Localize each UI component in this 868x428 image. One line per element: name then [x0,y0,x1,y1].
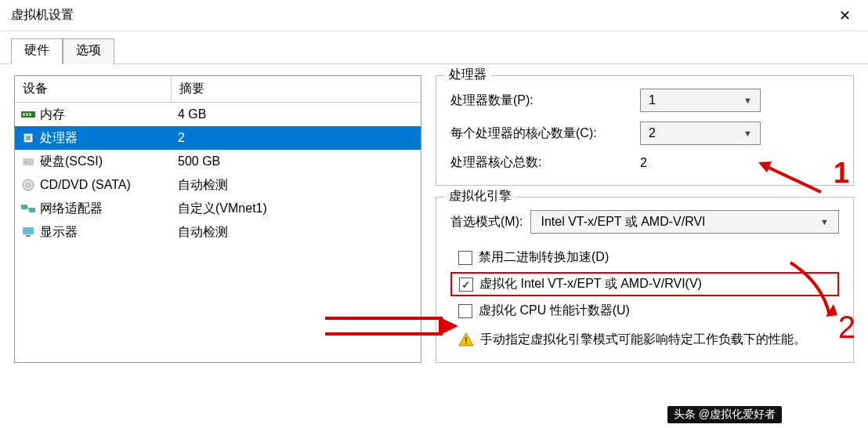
processor-group: 处理器 处理器数量(P): 1 ▼ 每个处理器的核心数量(C): 2 ▼ 处理器… [436,75,854,186]
warning-text: 手动指定虚拟化引擎模式可能影响特定工作负载下的性能。 [480,332,806,348]
col-summary[interactable]: 摘要 [172,76,421,102]
cores-per-proc-combo[interactable]: 2 ▼ [640,122,761,145]
tab-options[interactable]: 选项 [63,38,114,64]
svg-rect-10 [21,205,27,209]
virt-engine-group: 虚拟化引擎 首选模式(M): Intel VT-x/EPT 或 AMD-V/RV… [436,197,854,363]
table-row[interactable]: 处理器 2 [15,126,421,150]
watermark: 头条 @虚拟化爱好者 [667,406,782,423]
svg-rect-2 [26,113,28,116]
mode-label: 首选模式(M): [450,214,523,230]
proc-count-label: 处理器数量(P): [450,92,640,109]
mode-combo[interactable]: Intel VT-x/EPT 或 AMD-V/RVI ▼ [530,210,839,234]
combo-value: Intel VT-x/EPT 或 AMD-V/RVI [541,214,705,230]
tab-bar: 硬件 选项 [0,31,868,64]
device-summary: 4 GB [172,106,421,123]
table-row[interactable]: 内存 4 GB [15,103,421,126]
table-row[interactable]: CD/DVD (SATA) 自动检测 [15,173,421,197]
table-header: 设备 摘要 [15,76,421,103]
device-summary: 自动检测 [172,176,421,195]
display-icon [21,226,35,238]
combo-value: 2 [649,126,656,140]
checkbox-disable-bt[interactable]: 禁用二进制转换加速(D) [450,246,839,269]
checkbox-label: 虚拟化 CPU 性能计数器(U) [479,303,630,319]
device-name: 网络适配器 [40,201,103,217]
checkbox-icon[interactable] [458,251,472,265]
device-name: 硬盘(SCSI) [40,154,103,170]
device-name: 显示器 [40,224,78,241]
total-cores-label: 处理器核心总数: [450,154,640,171]
table-row[interactable]: 网络适配器 自定义(VMnet1) [15,197,421,220]
annotation-label: 1 [834,157,849,190]
warning-icon: ! [458,332,474,347]
device-summary: 自动检测 [172,223,421,242]
table-row[interactable]: 硬盘(SCSI) 500 GB [15,150,421,173]
cpu-icon [21,132,35,144]
device-name: 内存 [40,107,65,123]
tab-hardware[interactable]: 硬件 [11,38,63,64]
warning-row: ! 手动指定虚拟化引擎模式可能影响特定工作负载下的性能。 [450,325,839,348]
annotation-label: 2 [838,310,855,345]
checkbox-label: 虚拟化 Intel VT-x/EPT 或 AMD-V/RVI(V) [479,276,702,292]
disk-icon [21,155,35,168]
col-device[interactable]: 设备 [15,76,172,102]
checkbox-cpu-perf[interactable]: 虚拟化 CPU 性能计数器(U) [450,299,839,322]
group-title: 处理器 [444,67,491,83]
svg-rect-1 [23,113,25,116]
titlebar: 虚拟机设置 ✕ [0,0,868,31]
chevron-down-icon: ▼ [743,129,752,138]
device-name: 处理器 [40,130,78,147]
proc-count-combo[interactable]: 1 ▼ [640,89,761,112]
svg-rect-3 [29,113,31,116]
checkbox-icon[interactable] [458,304,472,318]
device-list: 设备 摘要 内存 4 GB 处理器 2 [14,75,421,363]
combo-value: 1 [649,93,656,107]
svg-rect-11 [29,208,35,212]
cd-icon [21,179,35,191]
total-cores-value: 2 [640,156,839,170]
checkbox-vtx-ept[interactable]: ✓ 虚拟化 Intel VT-x/EPT 或 AMD-V/RVI(V) [450,272,839,296]
chevron-down-icon: ▼ [743,96,752,105]
cores-per-proc-label: 每个处理器的核心数量(C): [450,125,640,142]
device-summary: 500 GB [172,153,421,170]
close-icon[interactable]: ✕ [833,4,857,27]
device-name: CD/DVD (SATA) [40,178,131,192]
table-row[interactable]: 显示器 自动检测 [15,220,421,244]
device-summary: 2 [172,129,421,147]
window-title: 虚拟机设置 [11,7,74,24]
checkbox-label: 禁用二进制转换加速(D) [479,249,609,266]
svg-rect-13 [23,227,34,234]
svg-line-12 [27,207,29,210]
svg-point-9 [27,183,30,187]
svg-text:!: ! [465,336,467,346]
network-icon [21,202,35,215]
chevron-down-icon: ▼ [820,217,829,227]
svg-rect-6 [23,158,34,165]
svg-point-7 [25,161,27,163]
device-summary: 自定义(VMnet1) [172,199,421,219]
checkbox-icon[interactable]: ✓ [459,277,473,292]
svg-rect-14 [26,235,31,237]
svg-rect-5 [26,136,31,140]
group-title: 虚拟化引擎 [444,188,516,205]
memory-icon [21,108,35,121]
